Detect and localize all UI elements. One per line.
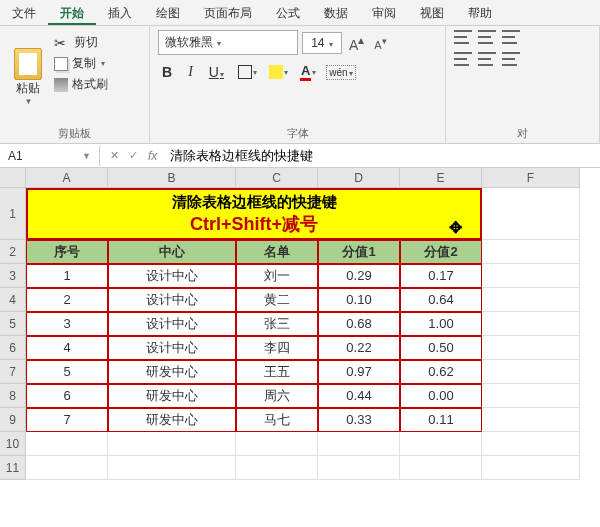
cancel-formula-button[interactable]: ✕ [110,149,119,162]
confirm-formula-button[interactable]: ✓ [129,149,138,162]
table-cell[interactable]: 0.22 [318,336,400,360]
align-top-button[interactable] [454,30,472,44]
font-name-select[interactable]: 微软雅黑 ▾ [158,30,298,55]
menu-draw[interactable]: 绘图 [144,0,192,25]
table-cell[interactable]: 张三 [236,312,318,336]
fx-icon[interactable]: fx [148,149,157,163]
menu-insert[interactable]: 插入 [96,0,144,25]
align-right-button[interactable] [502,52,520,66]
table-cell[interactable]: 0.00 [400,384,482,408]
copy-button[interactable]: 复制 ▾ [54,55,108,72]
row-header-11[interactable]: 11 [0,456,26,480]
table-row: 4设计中心李四0.220.50 [26,336,482,360]
bold-button[interactable]: B [158,62,176,82]
cut-button[interactable]: ✂ 剪切 [54,34,108,51]
font-size-select[interactable]: 14 ▾ [302,32,342,54]
scissors-icon: ✂ [54,35,70,51]
table-cell[interactable]: 研发中心 [108,408,236,432]
name-box[interactable]: A1 ▼ [0,146,100,166]
italic-button[interactable]: I [184,62,197,82]
table-cell[interactable]: 设计中心 [108,312,236,336]
phonetic-button[interactable]: wén▾ [326,65,355,80]
table-cell[interactable]: 1 [26,264,108,288]
col-header-C[interactable]: C [236,168,318,188]
select-all-corner[interactable] [0,168,26,188]
cursor-icon: ✥ [449,218,462,237]
menu-formulas[interactable]: 公式 [264,0,312,25]
row-header-1[interactable]: 1 [0,188,26,240]
col-header-A[interactable]: A [26,168,108,188]
table-cell[interactable]: 设计中心 [108,288,236,312]
table-cell[interactable]: 0.62 [400,360,482,384]
font-color-button[interactable]: A▾ [298,61,318,83]
align-middle-button[interactable] [478,30,496,44]
col-header-E[interactable]: E [400,168,482,188]
table-cell[interactable]: 设计中心 [108,336,236,360]
table-header[interactable]: 中心 [108,240,236,264]
table-header[interactable]: 分值2 [400,240,482,264]
table-cell[interactable]: 6 [26,384,108,408]
table-cell[interactable]: 0.64 [400,288,482,312]
table-cell[interactable]: 周六 [236,384,318,408]
col-header-B[interactable]: B [108,168,236,188]
table-cell[interactable]: 4 [26,336,108,360]
menu-view[interactable]: 视图 [408,0,456,25]
table-cell[interactable]: 0.97 [318,360,400,384]
table-cell[interactable]: 0.29 [318,264,400,288]
paste-button[interactable]: 粘贴 ▼ [8,30,48,123]
increase-font-button[interactable]: A▴ [346,31,367,55]
table-cell[interactable]: 2 [26,288,108,312]
table-header[interactable]: 分值1 [318,240,400,264]
formula-input[interactable] [167,145,600,166]
align-center-button[interactable] [478,52,496,66]
col-header-D[interactable]: D [318,168,400,188]
align-bottom-button[interactable] [502,30,520,44]
table-cell[interactable]: 5 [26,360,108,384]
row-header-8[interactable]: 8 [0,384,26,408]
table-cell[interactable]: 研发中心 [108,360,236,384]
menu-help[interactable]: 帮助 [456,0,504,25]
table-cell[interactable]: 0.17 [400,264,482,288]
menu-data[interactable]: 数据 [312,0,360,25]
decrease-font-button[interactable]: A▾ [371,33,389,53]
table-cell[interactable]: 0.10 [318,288,400,312]
table-cell[interactable]: 王五 [236,360,318,384]
row-header-9[interactable]: 9 [0,408,26,432]
table-cell[interactable]: 0.33 [318,408,400,432]
menu-file[interactable]: 文件 [0,0,48,25]
menu-page-layout[interactable]: 页面布局 [192,0,264,25]
table-cell[interactable]: 0.11 [400,408,482,432]
table-header[interactable]: 名单 [236,240,318,264]
table-cell[interactable]: 研发中心 [108,384,236,408]
menu-home[interactable]: 开始 [48,0,96,25]
table-cell[interactable]: 刘一 [236,264,318,288]
menu-review[interactable]: 审阅 [360,0,408,25]
banner-cell[interactable]: 清除表格边框线的快捷键 Ctrl+Shift+减号 ✥ [26,188,482,240]
table-cell[interactable]: 李四 [236,336,318,360]
col-header-F[interactable]: F [482,168,580,188]
fill-icon [269,65,283,79]
table-cell[interactable]: 3 [26,312,108,336]
row-header-5[interactable]: 5 [0,312,26,336]
format-painter-button[interactable]: 格式刷 [54,76,108,93]
align-left-button[interactable] [454,52,472,66]
cell-grid[interactable]: 清除表格边框线的快捷键 Ctrl+Shift+减号 ✥ 序号 中心 名单 分值1… [26,188,600,527]
row-header-7[interactable]: 7 [0,360,26,384]
fill-color-button[interactable]: ▾ [267,63,290,81]
row-header-10[interactable]: 10 [0,432,26,456]
table-cell[interactable]: 设计中心 [108,264,236,288]
table-cell[interactable]: 0.44 [318,384,400,408]
row-header-4[interactable]: 4 [0,288,26,312]
row-header-3[interactable]: 3 [0,264,26,288]
table-cell[interactable]: 马七 [236,408,318,432]
row-header-6[interactable]: 6 [0,336,26,360]
underline-button[interactable]: U▾ [205,62,228,82]
table-cell[interactable]: 1.00 [400,312,482,336]
table-cell[interactable]: 0.68 [318,312,400,336]
table-header[interactable]: 序号 [26,240,108,264]
borders-button[interactable]: ▾ [236,63,259,81]
table-cell[interactable]: 7 [26,408,108,432]
row-header-2[interactable]: 2 [0,240,26,264]
table-cell[interactable]: 0.50 [400,336,482,360]
table-cell[interactable]: 黄二 [236,288,318,312]
